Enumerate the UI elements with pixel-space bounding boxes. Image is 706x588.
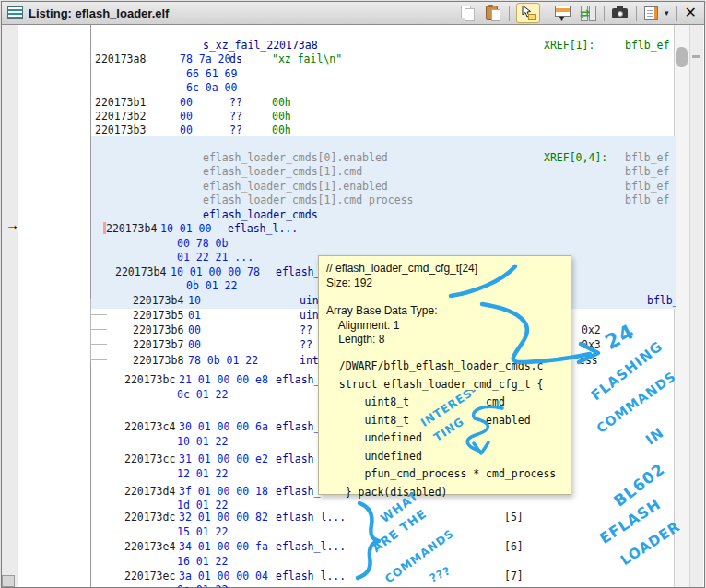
listing-field: 1d 01 22: [177, 499, 228, 512]
listing-field: 32 01 00 00 82: [179, 511, 268, 523]
listing-field: 0x2: [582, 323, 601, 336]
listing-field: 00: [180, 123, 193, 136]
listing-field: ds: [229, 53, 242, 65]
listing-row[interactable]: 220173e434 01 00 00 faeflash_l...[6]: [2, 540, 676, 554]
listing-field: 34 01 00 00 fa: [179, 540, 268, 553]
listing-field: eflash_loader_cmds: [203, 208, 318, 221]
listing-row[interactable]: eflash_loader_cmds[1].cmdbflb_ef: [2, 165, 676, 179]
listing-field: [5]: [504, 511, 524, 523]
listing-row[interactable]: eflash_loader_cmds[0].enabledXREF[0,4]:b…: [2, 151, 676, 165]
close-window-button[interactable]: ✕: [683, 5, 699, 21]
listing-field: 00: [180, 96, 193, 109]
listing-field: 220173a8: [95, 53, 146, 65]
listing-field: ??: [229, 123, 242, 136]
listing-field: eflash_l...: [276, 540, 346, 553]
struct-tree-tick: [90, 300, 107, 300]
listing-row[interactable]: 220173b410 01 00eflash_l...: [2, 222, 676, 236]
listing-row[interactable]: eflash_loader_cmds[1].enabledbflb_ef: [2, 180, 676, 194]
listing-field: s_xz_fail_220173a8: [203, 39, 318, 52]
listing-field: 220173b8: [133, 354, 183, 367]
listing-field: 220173dc: [124, 511, 175, 523]
listing-field: 00 78 0b: [177, 237, 228, 250]
listing-field: 00: [180, 110, 193, 123]
listing-field: ??: [229, 110, 242, 123]
listing-field: 220173cc: [124, 453, 175, 465]
listing-field: bflb_ef: [625, 151, 669, 164]
listing-field: 3f 01 00 00 18: [179, 485, 268, 498]
listing-row[interactable]: 66 61 69: [2, 67, 676, 81]
instruction-pointer-arrow: →: [6, 217, 19, 232]
listing-field: eflash_l...: [228, 222, 298, 235]
listing-field: 220173bc: [124, 373, 175, 386]
struct-tree-tick: [90, 359, 107, 360]
listing-field: ess: [579, 354, 598, 367]
listing-field: 01: [188, 309, 201, 322]
listing-field: 220173ec: [124, 570, 175, 582]
listing-field: 30 01 00 00 6a: [179, 420, 268, 433]
listing-field: 6c 0a 00: [186, 81, 237, 94]
listing-field: 01 22 21 ...: [177, 251, 253, 264]
listing-field: 220173b4: [106, 222, 157, 235]
listing-field: eflash_l...: [276, 511, 346, 523]
listing-row[interactable]: 220173a878 7a 20ds"xz fail\n": [2, 53, 676, 66]
navigation-marker[interactable]: [692, 55, 700, 58]
listing-field: 220173b4: [133, 294, 183, 307]
listing-field: bflb_ef: [625, 194, 669, 206]
listing-field: [6]: [504, 540, 524, 553]
listing-field: bflb_ef: [625, 180, 669, 193]
listing-field: [7]: [504, 570, 524, 582]
tooltip-struct-definition: /DWARF/bflb_eflash_loader_cmds.c struct …: [326, 358, 556, 501]
listing-field: 12 01 22: [177, 467, 228, 480]
listing-field: 10 01 22: [177, 435, 228, 448]
listing-field: 10 01 00: [160, 222, 211, 235]
listing-field: eflash_loader_cmds[1].cmd_process: [203, 194, 413, 206]
listing-field: 31 01 00 00 e2: [179, 453, 268, 465]
listing-field: eflash_loader_cmds[0].enabled: [203, 151, 388, 164]
listing-field: 220173c4: [124, 420, 175, 433]
listing-row[interactable]: 220173b100??00h: [2, 96, 676, 110]
listing-row[interactable]: 00 78 0b: [2, 237, 676, 251]
listing-field: bflb_ef: [625, 165, 669, 178]
listing-field: 0e 01 22: [177, 583, 228, 588]
listing-field: bflb_efla: [647, 294, 676, 307]
listing-field: int: [300, 354, 319, 367]
listing-field: 16 01 22: [177, 555, 228, 568]
listing-field: 220173b6: [133, 323, 183, 336]
vertical-scrollbar[interactable]: [674, 25, 690, 587]
listing-field: 0c 01 22: [177, 388, 228, 401]
listing-row[interactable]: 6c 0a 00: [2, 81, 676, 95]
ghidra-listing-window: Listing: eflash_loader.elf: [0, 0, 706, 588]
listing-field: 00h: [272, 123, 291, 136]
listing-row[interactable]: eflash_loader_cmds: [2, 208, 676, 222]
window-frame: Listing: eflash_loader.elf: [1, 1, 705, 588]
listing-row[interactable]: 220173dc32 01 00 00 82eflash_l...[5]: [2, 511, 676, 524]
listing-field: XREF[0,4]:: [544, 151, 607, 164]
listing-field: ??: [300, 338, 312, 351]
listing-row[interactable]: 15 01 22: [2, 525, 676, 539]
listing-row[interactable]: eflash_loader_cmds[1].cmd_processbflb_ef: [2, 194, 676, 207]
listing-field: 0x3: [582, 338, 601, 351]
listing-row[interactable]: 220173ec3a 01 00 00 04eflash_l...[7]: [2, 570, 676, 583]
listing-field: 21 01 00 00 e8: [179, 373, 268, 386]
listing-field: 10 01 00 00 78: [171, 265, 260, 278]
listing-field: eflash_l...: [276, 570, 346, 582]
listing-row[interactable]: 16 01 22: [2, 555, 676, 569]
listing-field: XREF[1]:: [544, 39, 594, 52]
listing-field: 220173b2: [95, 110, 146, 123]
listing-field: ??: [229, 96, 242, 109]
listing-field: 220173e4: [124, 540, 175, 553]
listing-row[interactable]: s_xz_fail_220173a8XREF[1]:bflb_ef: [2, 39, 676, 53]
struct-tree-line: [90, 299, 91, 361]
tooltip-type-name: // eflash_loader_cmd_cfg_t[24] Size: 192: [326, 261, 477, 290]
listing-field: ??: [300, 323, 312, 336]
listing-row[interactable]: 220173b200??00h: [2, 110, 676, 123]
listing-field: 10: [188, 294, 201, 307]
listing-field: 220173b4: [115, 265, 166, 278]
listing-field: 220173b5: [133, 309, 183, 322]
listing-field: eflash_loader_cmds[1].enabled: [203, 180, 388, 193]
scrollbar-thumb[interactable]: [676, 47, 688, 67]
corner-resize-handle[interactable]: [2, 575, 15, 587]
listing-row[interactable]: 220173b300??00h: [2, 123, 676, 137]
tooltip-array-meta: Array Base Data Type: Alignment: 1 Lengt…: [326, 304, 438, 347]
listing-row[interactable]: 0e 01 22: [2, 583, 676, 588]
